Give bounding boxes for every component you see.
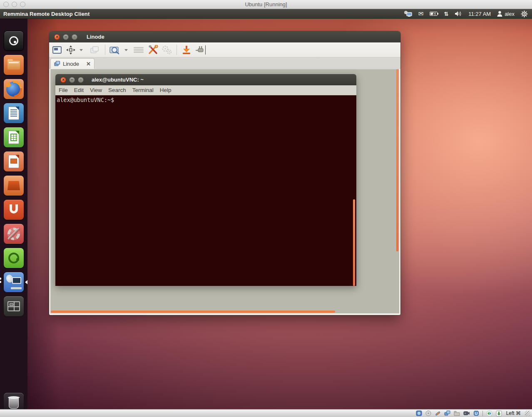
user-icon: [497, 11, 502, 17]
preferences-gears-icon[interactable]: [162, 45, 172, 57]
close-button[interactable]: ×: [60, 77, 66, 83]
mouse-integration-icon[interactable]: [486, 410, 492, 417]
menu-view[interactable]: View: [90, 87, 102, 93]
calc-spreadsheet-icon: [8, 131, 19, 144]
terminal-scrollbar[interactable]: [353, 199, 355, 286]
minimize-button[interactable]: –: [69, 77, 75, 83]
workspace-grid-icon: [7, 301, 20, 311]
tab-close-icon[interactable]: ✕: [86, 61, 91, 67]
trash-icon: [9, 397, 19, 409]
monitor-icon: [12, 277, 21, 284]
ubuntu-logo-icon: [9, 36, 18, 45]
tab-linode[interactable]: Linode ✕: [50, 58, 94, 69]
statusbar-separator: [482, 411, 483, 416]
shopping-bag-icon: [7, 181, 20, 190]
launcher-item-dash[interactable]: [4, 31, 24, 51]
terminal-titlebar[interactable]: × – ▫ alex@ubuntuVNC: ~: [55, 74, 356, 85]
menu-help[interactable]: Help: [160, 87, 172, 93]
clock[interactable]: 11:27 AM: [468, 11, 491, 17]
viewport-horizontal-scrollbar[interactable]: [51, 310, 335, 313]
mail-icon[interactable]: ✉: [418, 10, 424, 17]
keyboard-grab-icon[interactable]: [133, 47, 144, 55]
keyboard-icon: [11, 287, 22, 289]
minimize-button[interactable]: –: [63, 34, 69, 40]
launcher-item-files[interactable]: [4, 55, 24, 75]
tools-icon[interactable]: [148, 45, 159, 57]
launcher-item-impress[interactable]: [4, 151, 24, 171]
zoom-icon[interactable]: [109, 45, 120, 57]
running-indicator-pip: [0, 278, 1, 280]
remote-desktop-viewport[interactable]: × – ▫ alex@ubuntuVNC: ~ File Edit View S…: [50, 69, 399, 313]
launcher-item-trash[interactable]: [4, 393, 24, 409]
menu-terminal[interactable]: Terminal: [132, 87, 154, 93]
disconnect-plug-icon[interactable]: [195, 45, 205, 57]
firefox-icon: [6, 82, 21, 97]
viewport-vertical-scrollbar[interactable]: [396, 69, 398, 251]
launcher-item-software-center[interactable]: [4, 176, 24, 196]
toolbar-separator: [177, 45, 177, 55]
fullscreen-icon[interactable]: [52, 45, 62, 57]
session-gear-icon[interactable]: [521, 10, 528, 17]
network-icon[interactable]: [444, 410, 450, 417]
user-menu[interactable]: alex: [497, 11, 515, 17]
ubuntu-top-panel: Remmina Remote Desktop Client ✉: [0, 9, 532, 19]
vm-screen: Remmina Remote Desktop Client ✉: [0, 9, 532, 409]
duplicate-connection-icon[interactable]: [89, 45, 99, 57]
remmina-window-title: Linode: [87, 34, 104, 40]
launcher-item-remmina[interactable]: [4, 272, 24, 292]
remmina-toolbar: [49, 42, 400, 57]
launcher-item-firefox[interactable]: [4, 79, 24, 99]
resize-grip[interactable]: [525, 411, 530, 416]
fit-window-dropdown-icon[interactable]: [80, 49, 83, 51]
remmina-tabbar: Linode ✕: [49, 57, 400, 69]
launcher-item-writer[interactable]: [4, 103, 24, 123]
shared-folders-icon[interactable]: [454, 410, 460, 417]
username: alex: [505, 11, 515, 17]
macos-titlebar: Ubuntu [Running]: [0, 0, 532, 9]
zoom-dropdown-icon[interactable]: [124, 49, 128, 51]
folder-icon: [7, 61, 20, 70]
maximize-button[interactable]: ▫: [78, 77, 84, 83]
terminal-window: × – ▫ alex@ubuntuVNC: ~ File Edit View S…: [55, 74, 356, 286]
menu-search[interactable]: Search: [108, 87, 126, 93]
vbox-statusbar: Left ⌘: [0, 409, 532, 417]
focused-app-arrow: [25, 280, 27, 284]
host-window-title: Ubuntu [Running]: [0, 0, 532, 9]
menu-edit[interactable]: Edit: [74, 87, 84, 93]
maximize-button[interactable]: ▫: [72, 34, 77, 40]
fit-window-icon[interactable]: [66, 45, 76, 57]
network-traffic-icon[interactable]: ⇅: [444, 10, 448, 17]
ubuntu-one-icon: [10, 204, 18, 213]
impress-presentation-icon: [8, 155, 19, 168]
terminal-menubar: File Edit View Search Terminal Help: [55, 85, 356, 95]
launcher-item-calc[interactable]: [4, 127, 24, 147]
connection-tab-icon: [54, 61, 60, 67]
menu-file[interactable]: File: [59, 87, 68, 93]
optical-drive-icon[interactable]: [425, 410, 431, 417]
terminal-prompt: alex@ubuntuVNC:~$: [55, 95, 356, 104]
unity-launcher: [0, 19, 27, 409]
launcher-item-system-settings[interactable]: [4, 224, 24, 244]
features-chip-icon[interactable]: [473, 410, 479, 417]
writer-document-icon: [8, 107, 19, 120]
keyboard-capture-icon[interactable]: [496, 410, 502, 417]
remmina-titlebar[interactable]: × – ▫ Linode: [49, 31, 400, 42]
remmina-window: × – ▫ Linode: [49, 31, 400, 315]
hdd-icon[interactable]: [416, 410, 422, 417]
terminal-content[interactable]: alex@ubuntuVNC:~$: [55, 95, 356, 286]
close-button[interactable]: ×: [54, 34, 60, 40]
video-capture-icon[interactable]: [463, 410, 470, 417]
launcher-item-ubuntu-one[interactable]: [4, 200, 24, 220]
running-indicator-pip: [0, 281, 1, 283]
volume-icon[interactable]: [455, 10, 462, 17]
launcher-item-workspace-switcher[interactable]: [4, 296, 24, 316]
battery-icon[interactable]: [430, 10, 438, 17]
remmina-indicator-icon[interactable]: [404, 10, 412, 17]
launcher-item-software-updater[interactable]: [4, 248, 24, 268]
toolbar-separator: [105, 45, 105, 55]
audio-icon[interactable]: [435, 410, 441, 417]
updater-icon: [8, 253, 19, 263]
screenshot-icon[interactable]: [181, 45, 191, 57]
host-key-label: Left ⌘: [505, 410, 522, 416]
tab-label: Linode: [63, 61, 79, 67]
